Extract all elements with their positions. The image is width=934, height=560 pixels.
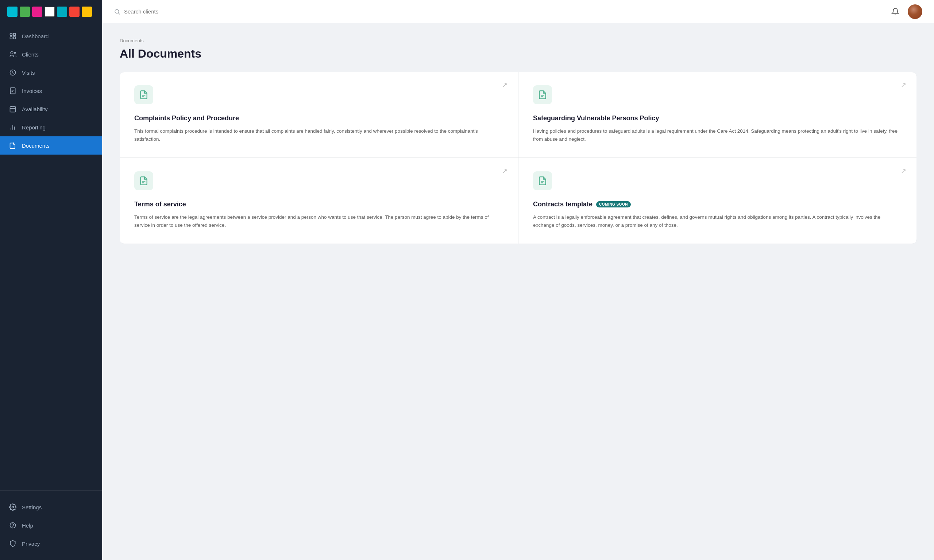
notification-bell[interactable] xyxy=(890,6,900,17)
sidebar-item-reporting-label: Reporting xyxy=(22,124,46,131)
bell-icon xyxy=(891,8,899,16)
doc-card-desc-terms: Terms of service are the legal agreement… xyxy=(134,213,503,229)
doc-card-desc-complaints: This formal complaints procedure is inte… xyxy=(134,127,503,143)
settings-icon xyxy=(9,503,17,511)
doc-icon-terms xyxy=(134,171,153,190)
topbar-right xyxy=(890,5,922,19)
main-content: Documents All Documents ↗ Complaints Pol… xyxy=(102,0,934,560)
svg-rect-3 xyxy=(14,37,16,39)
dashboard-icon xyxy=(9,32,17,40)
external-link-icon-safeguarding: ↗ xyxy=(901,81,906,89)
reporting-icon xyxy=(9,123,17,131)
help-icon xyxy=(9,522,17,529)
sidebar-item-documents-label: Documents xyxy=(22,143,49,149)
doc-icon-complaints xyxy=(134,85,153,104)
logo-block-2 xyxy=(20,6,30,17)
external-link-icon-contracts: ↗ xyxy=(901,167,906,175)
sidebar-item-privacy-label: Privacy xyxy=(22,541,40,547)
bottom-nav: Settings Help Privacy xyxy=(0,494,102,560)
sidebar-item-invoices[interactable]: Invoices xyxy=(0,82,102,100)
visits-icon xyxy=(9,69,17,77)
availability-icon xyxy=(9,105,17,113)
doc-icon-safeguarding xyxy=(533,85,552,104)
privacy-icon xyxy=(9,540,17,548)
sidebar-item-availability[interactable]: Availability xyxy=(0,100,102,118)
sidebar-item-dashboard[interactable]: Dashboard xyxy=(0,27,102,45)
svg-rect-10 xyxy=(10,106,16,112)
sidebar-item-dashboard-label: Dashboard xyxy=(22,33,49,39)
search-area xyxy=(114,8,226,15)
doc-card-title-terms: Terms of service xyxy=(134,200,503,208)
svg-rect-0 xyxy=(10,34,12,36)
sidebar-item-help[interactable]: Help xyxy=(0,516,102,534)
sidebar-item-visits[interactable]: Visits xyxy=(0,63,102,82)
documents-grid: ↗ Complaints Policy and Procedure This f… xyxy=(120,72,917,243)
page-title: All Documents xyxy=(120,47,917,60)
svg-point-4 xyxy=(11,52,13,54)
avatar-image xyxy=(908,5,922,19)
svg-rect-1 xyxy=(14,34,16,36)
document-card-complaints[interactable]: ↗ Complaints Policy and Procedure This f… xyxy=(120,72,518,157)
logo-block-1 xyxy=(7,6,17,17)
doc-card-title-safeguarding: Safeguarding Vulnerable Persons Policy xyxy=(533,114,902,122)
svg-point-5 xyxy=(14,52,15,53)
svg-point-20 xyxy=(115,9,119,14)
doc-card-title-contracts: Contracts template COMING SOON xyxy=(533,200,902,208)
external-link-icon-complaints: ↗ xyxy=(502,81,507,89)
doc-card-desc-safeguarding: Having policies and procedures to safegu… xyxy=(533,127,902,143)
document-card-safeguarding[interactable]: ↗ Safeguarding Vulnerable Persons Policy… xyxy=(518,72,917,157)
breadcrumb: Documents xyxy=(120,38,917,43)
logo-block-5 xyxy=(57,6,67,17)
sidebar-item-privacy[interactable]: Privacy xyxy=(0,534,102,553)
sidebar-item-help-label: Help xyxy=(22,522,33,529)
svg-rect-7 xyxy=(10,88,15,94)
doc-icon-contracts xyxy=(533,171,552,190)
document-card-contracts[interactable]: ↗ Contracts template COMING SOON A contr… xyxy=(518,158,917,243)
clients-icon xyxy=(9,50,17,58)
nav-divider xyxy=(0,490,102,491)
sidebar-item-clients[interactable]: Clients xyxy=(0,45,102,63)
svg-point-19 xyxy=(13,527,13,527)
logo-block-7 xyxy=(82,6,92,17)
topbar xyxy=(102,0,934,23)
svg-rect-2 xyxy=(10,37,12,39)
sidebar-item-clients-label: Clients xyxy=(22,51,39,58)
doc-card-title-complaints: Complaints Policy and Procedure xyxy=(134,114,503,122)
external-link-icon-terms: ↗ xyxy=(502,167,507,175)
content-area: Documents All Documents ↗ Complaints Pol… xyxy=(102,23,934,560)
logo-block-3 xyxy=(32,6,42,17)
svg-line-21 xyxy=(118,13,120,14)
sidebar-item-settings[interactable]: Settings xyxy=(0,498,102,516)
logo-area xyxy=(0,0,102,23)
document-card-terms[interactable]: ↗ Terms of service Terms of service are … xyxy=(120,158,518,243)
sidebar-item-documents[interactable]: Documents xyxy=(0,136,102,155)
doc-card-desc-contracts: A contract is a legally enforceable agre… xyxy=(533,213,902,229)
avatar[interactable] xyxy=(908,5,922,19)
documents-icon xyxy=(9,142,17,149)
coming-soon-badge: COMING SOON xyxy=(596,201,631,208)
logo-block-6 xyxy=(69,6,80,17)
svg-point-17 xyxy=(12,506,14,508)
sidebar-item-visits-label: Visits xyxy=(22,70,35,76)
sidebar-item-settings-label: Settings xyxy=(22,504,42,511)
invoices-icon xyxy=(9,87,17,95)
main-nav: Dashboard Clients Visits xyxy=(0,23,102,487)
sidebar-item-availability-label: Availability xyxy=(22,106,48,112)
sidebar-item-invoices-label: Invoices xyxy=(22,88,42,94)
search-input[interactable] xyxy=(124,8,226,15)
sidebar-item-reporting[interactable]: Reporting xyxy=(0,118,102,136)
sidebar: Dashboard Clients Visits xyxy=(0,0,102,560)
search-icon xyxy=(114,8,120,15)
logo-block-4 xyxy=(45,6,55,17)
